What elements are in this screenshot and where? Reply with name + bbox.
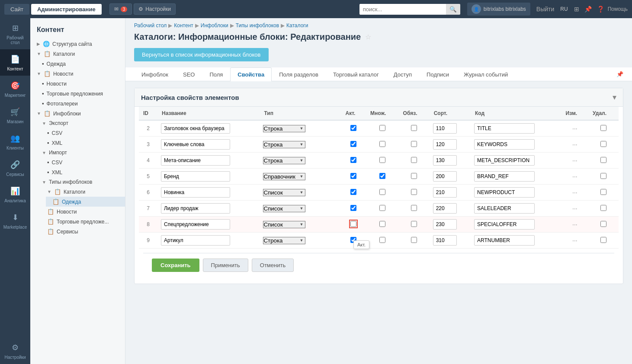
delete-checkbox[interactable]	[600, 221, 606, 227]
tree-iblock-news[interactable]: 📋 Новости	[41, 207, 125, 217]
code-input[interactable]	[474, 203, 535, 214]
akt-checkbox[interactable]	[350, 221, 356, 227]
sort-input[interactable]	[433, 235, 457, 246]
type-select[interactable]: Строка Список Справочник	[263, 157, 305, 164]
cancel-button[interactable]: Отменить	[252, 259, 294, 272]
akt-checkbox[interactable]	[350, 237, 356, 243]
search-submit[interactable]: 🔍	[446, 4, 460, 15]
code-input[interactable]	[474, 219, 535, 230]
tree-export-xml[interactable]: ▪ XML	[41, 138, 125, 148]
site-btn[interactable]: Сайт	[4, 4, 29, 15]
name-input[interactable]	[161, 155, 230, 166]
akt-checkbox[interactable]	[350, 173, 356, 179]
breadcrumb-desktop[interactable]: Рабочий стол	[134, 22, 167, 29]
sidebar-item-clients[interactable]: 👥 Клиенты	[0, 128, 30, 155]
lang-selector[interactable]: RU	[558, 4, 570, 14]
star-icon[interactable]: ☆	[365, 33, 371, 41]
sidebar-item-desktop[interactable]: ⊞ Рабочий стол	[0, 18, 30, 49]
delete-checkbox[interactable]	[600, 205, 606, 211]
tree-odezhda-cat[interactable]: ▪ Одежда	[35, 59, 125, 69]
sort-input[interactable]	[433, 187, 457, 198]
tree-infoblocks[interactable]: ▼ 📋 Инфоблоки	[30, 109, 125, 118]
code-input[interactable]	[474, 187, 535, 198]
tree-photogallery[interactable]: ▪ Фотогалереи	[35, 99, 125, 109]
tab-event-log[interactable]: Журнал событий	[456, 67, 515, 81]
akt-checkbox[interactable]	[350, 125, 356, 131]
type-select[interactable]: Строка Список Справочник	[263, 205, 305, 212]
obyaz-checkbox[interactable]	[411, 221, 417, 227]
mnozh-checkbox[interactable]	[379, 221, 385, 227]
akt-checkbox[interactable]	[350, 205, 356, 211]
name-input[interactable]	[161, 203, 230, 214]
search-input[interactable]	[359, 4, 446, 15]
tree-iblock-catalogs[interactable]: ▼ 📋 Каталоги	[41, 187, 125, 197]
mnozh-checkbox[interactable]	[379, 173, 385, 179]
admin-btn[interactable]: Администрирование	[31, 4, 102, 15]
tab-trade-catalog[interactable]: Торговый каталог	[326, 67, 386, 81]
obyaz-checkbox[interactable]	[411, 205, 417, 211]
sidebar-item-content[interactable]: 📄 Контент	[0, 49, 30, 76]
sort-input[interactable]	[433, 123, 457, 134]
grid-icon[interactable]: ⊞	[572, 4, 581, 14]
edit-button[interactable]: ···	[571, 188, 579, 197]
mnozh-checkbox[interactable]	[379, 205, 385, 211]
tree-iblock-trade[interactable]: 📋 Торговые предложе...	[41, 217, 125, 227]
name-input[interactable]	[161, 139, 230, 150]
apply-button[interactable]: Применить	[203, 259, 248, 272]
tree-trade-offers[interactable]: ▪ Торговые предложения	[35, 89, 125, 99]
breadcrumb-iblock-types[interactable]: Типы инфоблоков	[236, 22, 279, 29]
edit-button[interactable]: ···	[571, 124, 579, 133]
edit-button[interactable]: ···	[571, 140, 579, 149]
sidebar-item-services[interactable]: 🔗 Сервисы	[0, 155, 30, 181]
obyaz-checkbox[interactable]	[411, 141, 417, 147]
tree-odezhda-active[interactable]: 📋 Одежда	[46, 197, 125, 207]
name-input[interactable]	[161, 171, 230, 182]
delete-checkbox[interactable]	[600, 141, 606, 147]
sidebar-item-settings[interactable]: ⚙ Настройки	[0, 338, 30, 364]
obyaz-checkbox[interactable]	[411, 237, 417, 243]
tree-export[interactable]: ▼ Экспорт	[35, 118, 125, 128]
delete-checkbox[interactable]	[600, 157, 606, 163]
settings-btn[interactable]: ⚙ Настройки	[134, 3, 176, 15]
edit-button[interactable]: ···	[571, 156, 579, 165]
pin-icon[interactable]: 📌	[583, 4, 594, 14]
obyaz-checkbox[interactable]	[411, 173, 417, 179]
obyaz-checkbox[interactable]	[411, 125, 417, 131]
edit-button[interactable]: ···	[571, 220, 579, 229]
tab-section-fields[interactable]: Поля разделов	[272, 67, 326, 81]
edit-button[interactable]: ···	[571, 172, 579, 181]
sidebar-item-marketing[interactable]: 🎯 Маркетинг	[0, 76, 30, 102]
breadcrumb-content[interactable]: Контент	[174, 22, 193, 29]
messages-btn[interactable]: ✉ 3	[109, 3, 132, 15]
tab-access[interactable]: Доступ	[386, 67, 419, 81]
tree-import-csv[interactable]: ▪ CSV	[41, 157, 125, 167]
mnozh-checkbox[interactable]	[379, 157, 385, 163]
sort-input[interactable]	[433, 155, 457, 166]
type-select[interactable]: Строка Список Справочник	[263, 141, 305, 148]
edit-button[interactable]: ···	[571, 236, 579, 245]
type-select[interactable]: Строка Список Справочник	[263, 221, 305, 228]
mnozh-checkbox[interactable]	[379, 141, 385, 147]
logout-btn[interactable]: Выйти	[535, 4, 556, 14]
type-select[interactable]: Строка Список Справочник	[263, 237, 305, 244]
mnozh-checkbox[interactable]	[379, 189, 385, 195]
akt-checkbox[interactable]	[350, 189, 356, 195]
tree-import[interactable]: ▼ Импорт	[35, 148, 125, 157]
obyaz-checkbox[interactable]	[411, 157, 417, 163]
breadcrumb-infoblocks[interactable]: Инфоблоки	[201, 22, 228, 29]
tree-structure[interactable]: ▶ 🌐 Структура сайта	[30, 39, 125, 49]
tab-infoblock[interactable]: Инфоблок	[134, 67, 176, 81]
tree-news[interactable]: ▼ 📋 Новости	[30, 69, 125, 79]
type-select[interactable]: Строка Список Справочник	[263, 125, 305, 132]
akt-checkbox[interactable]	[350, 141, 356, 147]
tree-iblock-types[interactable]: ▼ Типы инфоблоков	[35, 177, 125, 187]
obyaz-checkbox[interactable]	[411, 189, 417, 195]
code-input[interactable]	[474, 139, 535, 150]
tab-subscriptions[interactable]: Подписи	[419, 67, 456, 81]
tree-catalogs[interactable]: ▼ 📋 Каталоги	[30, 49, 125, 59]
delete-checkbox[interactable]	[600, 173, 606, 179]
name-input[interactable]	[161, 123, 230, 134]
section-toggle-icon[interactable]: ▾	[613, 93, 616, 102]
tab-seo[interactable]: SEO	[176, 67, 202, 81]
tab-properties[interactable]: Свойства	[230, 67, 272, 81]
